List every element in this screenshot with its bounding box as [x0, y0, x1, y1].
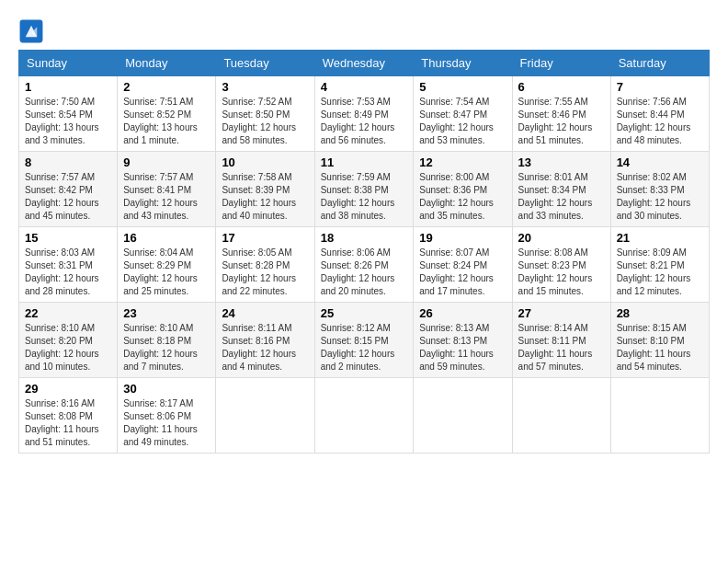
day-cell: 28Sunrise: 8:15 AMSunset: 8:10 PMDayligh… — [610, 303, 709, 378]
day-detail: Sunrise: 8:09 AMSunset: 8:21 PMDaylight:… — [617, 247, 691, 296]
day-number: 19 — [419, 231, 506, 245]
day-detail: Sunrise: 8:02 AMSunset: 8:33 PMDaylight:… — [617, 172, 691, 221]
day-cell: 27Sunrise: 8:14 AMSunset: 8:11 PMDayligh… — [512, 303, 610, 378]
day-detail: Sunrise: 8:07 AMSunset: 8:24 PMDaylight:… — [419, 247, 494, 296]
day-cell: 24Sunrise: 8:11 AMSunset: 8:16 PMDayligh… — [216, 303, 314, 378]
day-cell: 7Sunrise: 7:56 AMSunset: 8:44 PMDaylight… — [610, 76, 709, 152]
day-detail: Sunrise: 8:08 AMSunset: 8:23 PMDaylight:… — [518, 247, 593, 296]
day-detail: Sunrise: 8:14 AMSunset: 8:11 PMDaylight:… — [518, 323, 593, 372]
day-cell: 11Sunrise: 7:59 AMSunset: 8:38 PMDayligh… — [314, 152, 414, 227]
day-number: 23 — [123, 306, 210, 320]
empty-day-cell — [414, 378, 512, 454]
day-detail: Sunrise: 7:54 AMSunset: 8:47 PMDaylight:… — [419, 97, 494, 145]
day-cell: 22Sunrise: 8:10 AMSunset: 8:20 PMDayligh… — [19, 303, 118, 378]
day-detail: Sunrise: 7:56 AMSunset: 8:44 PMDaylight:… — [617, 97, 691, 145]
day-detail: Sunrise: 7:57 AMSunset: 8:42 PMDaylight:… — [25, 172, 99, 221]
day-cell: 1Sunrise: 7:50 AMSunset: 8:54 PMDaylight… — [19, 76, 118, 152]
day-number: 7 — [617, 80, 703, 94]
calendar-table: SundayMondayTuesdayWednesdayThursdayFrid… — [18, 50, 710, 454]
day-number: 24 — [222, 306, 308, 320]
day-number: 1 — [25, 80, 111, 94]
day-number: 30 — [123, 382, 210, 396]
day-number: 5 — [419, 80, 506, 94]
day-number: 29 — [25, 382, 111, 396]
day-cell: 26Sunrise: 8:13 AMSunset: 8:13 PMDayligh… — [414, 303, 512, 378]
calendar-week-row: 15Sunrise: 8:03 AMSunset: 8:31 PMDayligh… — [19, 227, 710, 303]
day-cell: 12Sunrise: 8:00 AMSunset: 8:36 PMDayligh… — [414, 152, 512, 227]
day-number: 26 — [419, 306, 506, 320]
empty-day-cell — [512, 378, 610, 454]
day-cell: 10Sunrise: 7:58 AMSunset: 8:39 PMDayligh… — [216, 152, 314, 227]
weekday-header: Friday — [512, 51, 610, 76]
day-detail: Sunrise: 8:16 AMSunset: 8:08 PMDaylight:… — [25, 398, 99, 447]
weekday-header: Sunday — [19, 51, 118, 76]
weekday-header: Thursday — [414, 51, 512, 76]
day-number: 13 — [518, 155, 605, 169]
day-detail: Sunrise: 8:04 AMSunset: 8:29 PMDaylight:… — [123, 247, 198, 296]
calendar-body: 1Sunrise: 7:50 AMSunset: 8:54 PMDaylight… — [19, 76, 710, 454]
day-cell: 15Sunrise: 8:03 AMSunset: 8:31 PMDayligh… — [19, 227, 118, 303]
day-cell: 20Sunrise: 8:08 AMSunset: 8:23 PMDayligh… — [512, 227, 610, 303]
empty-day-cell — [216, 378, 314, 454]
weekday-header: Wednesday — [314, 51, 414, 76]
day-cell: 19Sunrise: 8:07 AMSunset: 8:24 PMDayligh… — [414, 227, 512, 303]
day-number: 25 — [321, 306, 408, 320]
day-number: 12 — [419, 155, 506, 169]
logo-icon — [18, 18, 44, 44]
day-detail: Sunrise: 8:06 AMSunset: 8:26 PMDaylight:… — [321, 247, 395, 296]
day-number: 8 — [25, 155, 111, 169]
day-number: 10 — [222, 155, 308, 169]
day-cell: 30Sunrise: 8:17 AMSunset: 8:06 PMDayligh… — [118, 378, 216, 454]
day-cell: 21Sunrise: 8:09 AMSunset: 8:21 PMDayligh… — [610, 227, 709, 303]
day-number: 18 — [321, 231, 408, 245]
day-detail: Sunrise: 8:03 AMSunset: 8:31 PMDaylight:… — [25, 247, 99, 296]
day-detail: Sunrise: 7:51 AMSunset: 8:52 PMDaylight:… — [123, 97, 198, 145]
day-number: 2 — [123, 80, 210, 94]
day-number: 28 — [617, 306, 703, 320]
day-cell: 25Sunrise: 8:12 AMSunset: 8:15 PMDayligh… — [314, 303, 414, 378]
day-number: 16 — [123, 231, 210, 245]
day-cell: 29Sunrise: 8:16 AMSunset: 8:08 PMDayligh… — [19, 378, 118, 454]
day-cell: 9Sunrise: 7:57 AMSunset: 8:41 PMDaylight… — [118, 152, 216, 227]
day-number: 3 — [222, 80, 308, 94]
day-detail: Sunrise: 7:59 AMSunset: 8:38 PMDaylight:… — [321, 172, 395, 221]
day-detail: Sunrise: 8:10 AMSunset: 8:18 PMDaylight:… — [123, 323, 198, 372]
day-detail: Sunrise: 8:12 AMSunset: 8:15 PMDaylight:… — [321, 323, 395, 372]
day-cell: 5Sunrise: 7:54 AMSunset: 8:47 PMDaylight… — [414, 76, 512, 152]
day-number: 17 — [222, 231, 308, 245]
day-detail: Sunrise: 8:11 AMSunset: 8:16 PMDaylight:… — [222, 323, 296, 372]
logo — [18, 18, 48, 44]
empty-day-cell — [314, 378, 414, 454]
day-detail: Sunrise: 8:17 AMSunset: 8:06 PMDaylight:… — [123, 398, 198, 447]
day-detail: Sunrise: 7:52 AMSunset: 8:50 PMDaylight:… — [222, 97, 296, 145]
weekday-header: Tuesday — [216, 51, 314, 76]
day-detail: Sunrise: 8:10 AMSunset: 8:20 PMDaylight:… — [25, 323, 99, 372]
day-cell: 13Sunrise: 8:01 AMSunset: 8:34 PMDayligh… — [512, 152, 610, 227]
day-detail: Sunrise: 7:50 AMSunset: 8:54 PMDaylight:… — [25, 97, 99, 145]
day-number: 22 — [25, 306, 111, 320]
day-number: 21 — [617, 231, 703, 245]
empty-day-cell — [610, 378, 709, 454]
day-cell: 2Sunrise: 7:51 AMSunset: 8:52 PMDaylight… — [118, 76, 216, 152]
day-number: 6 — [518, 80, 605, 94]
day-number: 14 — [617, 155, 703, 169]
day-detail: Sunrise: 7:55 AMSunset: 8:46 PMDaylight:… — [518, 97, 593, 145]
day-number: 20 — [518, 231, 605, 245]
day-number: 11 — [321, 155, 408, 169]
day-detail: Sunrise: 8:00 AMSunset: 8:36 PMDaylight:… — [419, 172, 494, 221]
day-cell: 6Sunrise: 7:55 AMSunset: 8:46 PMDaylight… — [512, 76, 610, 152]
day-detail: Sunrise: 8:05 AMSunset: 8:28 PMDaylight:… — [222, 247, 296, 296]
day-detail: Sunrise: 8:01 AMSunset: 8:34 PMDaylight:… — [518, 172, 593, 221]
day-cell: 8Sunrise: 7:57 AMSunset: 8:42 PMDaylight… — [19, 152, 118, 227]
day-number: 15 — [25, 231, 111, 245]
day-detail: Sunrise: 7:57 AMSunset: 8:41 PMDaylight:… — [123, 172, 198, 221]
calendar-week-row: 1Sunrise: 7:50 AMSunset: 8:54 PMDaylight… — [19, 76, 710, 152]
day-cell: 18Sunrise: 8:06 AMSunset: 8:26 PMDayligh… — [314, 227, 414, 303]
calendar-week-row: 22Sunrise: 8:10 AMSunset: 8:20 PMDayligh… — [19, 303, 710, 378]
calendar-header-row: SundayMondayTuesdayWednesdayThursdayFrid… — [19, 51, 710, 76]
day-cell: 23Sunrise: 8:10 AMSunset: 8:18 PMDayligh… — [118, 303, 216, 378]
day-cell: 16Sunrise: 8:04 AMSunset: 8:29 PMDayligh… — [118, 227, 216, 303]
day-detail: Sunrise: 7:58 AMSunset: 8:39 PMDaylight:… — [222, 172, 296, 221]
day-detail: Sunrise: 8:15 AMSunset: 8:10 PMDaylight:… — [617, 323, 691, 372]
day-number: 9 — [123, 155, 210, 169]
